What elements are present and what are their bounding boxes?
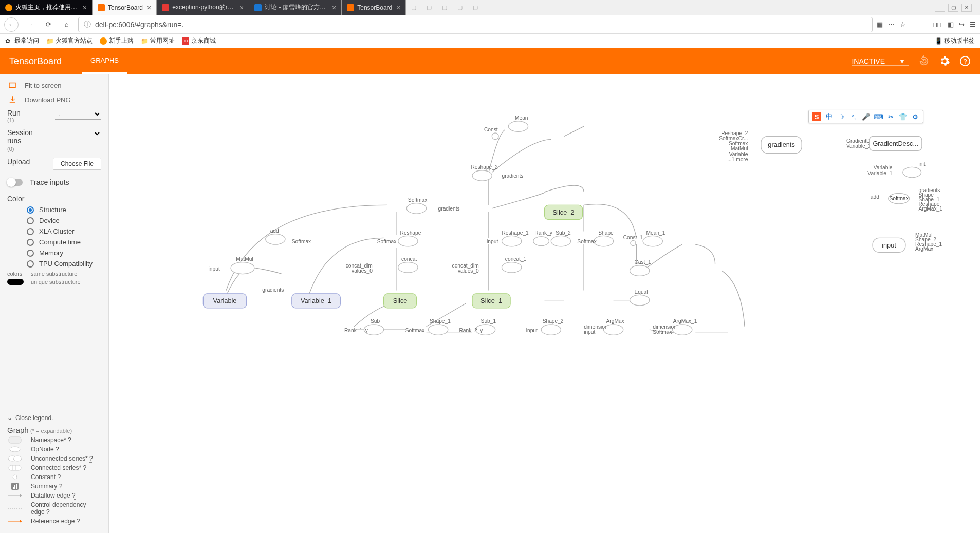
close-icon[interactable]: × [332, 4, 336, 12]
ime-lang-icon[interactable]: 中 [824, 112, 834, 121]
bookmark-item[interactable]: ✿最常访问 [5, 36, 39, 45]
info-icon[interactable]: ⓘ [84, 20, 91, 29]
reload-button[interactable]: ⟳ [41, 17, 56, 32]
mobile-bookmarks[interactable]: 📱移动版书签 [935, 36, 975, 45]
star-icon[interactable]: ☆ [900, 21, 906, 28]
graph-canvas[interactable]: Variable MatMul input add Softmax Variab… [109, 74, 980, 533]
reference-icon [7, 519, 23, 524]
status-dropdown[interactable]: INACTIVE ▾ [852, 57, 909, 66]
fit-label: Fit to screen [25, 82, 62, 89]
bookmark-item[interactable]: 📁火狐官方站点 [46, 36, 93, 45]
ime-toolbar[interactable]: S 中 ☽ °, 🎤 ⌨ ✂ 👕 ⚙ [808, 110, 923, 123]
radio-icon [27, 228, 34, 235]
close-icon[interactable]: × [83, 4, 87, 12]
close-button[interactable]: ✕ [961, 4, 972, 12]
svg-text:Softmax: Softmax [405, 328, 424, 333]
forward-button[interactable]: → [23, 17, 37, 32]
svg-text:Sub_1: Sub_1 [481, 318, 496, 324]
svg-text:Rank_y: Rank_y [534, 230, 552, 236]
close-icon[interactable]: × [147, 4, 151, 12]
svg-text:Softmax: Softmax [292, 239, 311, 244]
help-icon[interactable]: ? [57, 473, 61, 481]
more-icon[interactable]: ⋯ [888, 21, 895, 28]
back-button[interactable]: ← [4, 17, 19, 32]
ime-mic-icon[interactable]: 🎤 [861, 112, 871, 121]
fit-to-screen-row[interactable]: Fit to screen [7, 80, 101, 90]
help-icon[interactable]: ? [959, 55, 971, 67]
svg-text:gradients: gradients [438, 206, 460, 212]
browser-tab[interactable]: 火狐主页，推荐使用 Firefox × [0, 0, 93, 15]
browser-tab-active[interactable]: TensorBoard × [93, 0, 157, 15]
help-icon[interactable]: ? [83, 464, 86, 472]
sogou-icon[interactable]: S [812, 112, 821, 121]
browser-nav-bar: ← → ⟳ ⌂ ⓘ dell-pc:6006/#graphs&run=. ▦ ⋯… [0, 15, 980, 34]
svg-point-75 [594, 236, 613, 246]
svg-text:concat_1: concat_1 [505, 256, 527, 262]
help-icon[interactable]: ? [59, 483, 63, 490]
background-window[interactable]: ▢ [457, 4, 463, 11]
radio-device[interactable]: Device [7, 217, 101, 224]
bookmark-item[interactable]: 新手上路 [100, 36, 134, 45]
qr-icon[interactable]: ▦ [877, 21, 883, 28]
svg-text:gradients: gradients [262, 287, 284, 293]
legend-section: ⌄ Close legend. Graph (* = expandable) N… [7, 409, 101, 527]
ime-skin-icon[interactable]: 👕 [898, 112, 908, 121]
ime-keyboard-icon[interactable]: ⌨ [874, 112, 883, 121]
graph-svg: Variable MatMul input add Softmax Variab… [109, 74, 980, 533]
svg-text:Variable_1: Variable_1 [867, 170, 892, 176]
radio-label: XLA Cluster [39, 227, 75, 235]
bookmark-item[interactable]: JD京东商城 [182, 36, 216, 45]
bookmark-item[interactable]: 📁常用网址 [141, 36, 175, 45]
trace-toggle[interactable] [7, 179, 23, 186]
close-legend-toggle[interactable]: ⌄ Close legend. [7, 414, 101, 422]
tab-graphs[interactable]: GRAPHS [82, 48, 127, 74]
radio-memory[interactable]: Memory [7, 249, 101, 257]
menu-icon[interactable]: ☰ [970, 21, 976, 28]
radio-tpu[interactable]: TPU Compatibility [7, 260, 101, 268]
browser-tab[interactable]: TensorBoard × [342, 0, 406, 15]
close-icon[interactable]: × [239, 4, 244, 12]
url-text: dell-pc:6006/#graphs&run=. [95, 21, 183, 29]
url-bar[interactable]: ⓘ dell-pc:6006/#graphs&run=. [78, 17, 873, 32]
svg-point-6 [13, 456, 22, 461]
browser-tab[interactable]: 讨论 - 廖雪峰的官方网站 × [249, 0, 342, 15]
jd-icon: JD [182, 37, 189, 45]
help-icon[interactable]: ? [46, 508, 50, 516]
minimize-button[interactable]: — [935, 4, 945, 12]
run-label: Run [7, 109, 21, 117]
bookmark-label: 京东商城 [191, 36, 216, 45]
svg-text:input: input [526, 328, 538, 333]
browser-tab[interactable]: exception-python的requests × [157, 0, 249, 15]
help-icon[interactable]: ? [77, 518, 80, 525]
radio-structure[interactable]: Structure [7, 206, 101, 214]
ime-scissors-icon[interactable]: ✂ [886, 112, 895, 121]
home-button[interactable]: ⌂ [60, 17, 74, 32]
background-window[interactable]: ▢ [427, 4, 432, 11]
session-select[interactable] [55, 128, 101, 139]
help-icon[interactable]: ? [68, 436, 71, 444]
radio-xla[interactable]: XLA Cluster [7, 227, 101, 235]
ime-settings-icon[interactable]: ⚙ [911, 112, 920, 121]
legend-opnode: OpNode ? [7, 446, 101, 453]
maximize-button[interactable]: ▢ [948, 4, 958, 12]
svg-point-73 [551, 236, 570, 246]
radio-compute[interactable]: Compute time [7, 238, 101, 246]
run-select[interactable]: . [55, 109, 101, 120]
help-icon[interactable]: ? [72, 492, 76, 500]
library-icon[interactable]: ⫿⫿⫿ [932, 21, 942, 28]
help-icon[interactable]: ? [56, 446, 59, 453]
sync-icon[interactable]: ↪ [959, 21, 965, 28]
help-icon[interactable]: ? [89, 455, 93, 463]
sidebar-icon[interactable]: ◧ [948, 21, 954, 28]
background-window[interactable]: ▢ [442, 4, 447, 11]
background-window[interactable]: ▢ [473, 4, 478, 11]
reload-icon[interactable] [918, 55, 930, 67]
background-window[interactable]: ▢ [411, 4, 416, 11]
download-png-row[interactable]: Download PNG [7, 94, 101, 105]
ime-moon-icon[interactable]: ☽ [837, 112, 846, 121]
svg-point-41 [398, 236, 418, 246]
close-icon[interactable]: × [396, 4, 400, 12]
choose-file-button[interactable]: Choose File [53, 158, 101, 170]
gear-icon[interactable] [939, 55, 950, 67]
ime-punct-icon[interactable]: °, [849, 112, 858, 121]
